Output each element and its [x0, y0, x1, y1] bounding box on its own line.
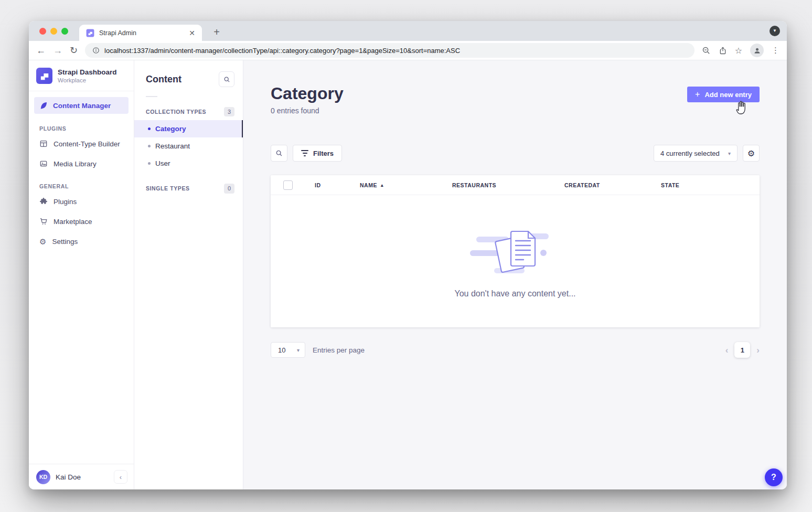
chevron-down-icon: ▾ — [728, 151, 731, 156]
bullet-icon — [148, 127, 151, 130]
sidebar-item-content-manager[interactable]: Content Manager — [34, 97, 129, 114]
filter-icon — [301, 150, 308, 156]
main-sidebar: Strapi Dashboard Workplace Content Manag… — [29, 60, 134, 489]
site-info-icon[interactable] — [92, 47, 100, 54]
close-window-button[interactable] — [39, 28, 46, 35]
main-content: Category 0 entries found + Add new entry… — [243, 60, 787, 489]
strapi-app: Strapi Dashboard Workplace Content Manag… — [29, 60, 787, 489]
subnav-item-label: Category — [155, 125, 186, 133]
columns-select-value: 4 currently selected — [660, 150, 720, 157]
puzzle-icon — [39, 197, 48, 206]
page-size-select[interactable]: 10 ▾ — [271, 342, 305, 358]
search-entries-button[interactable] — [271, 145, 287, 162]
sidebar-section-plugins: PLUGINS — [29, 116, 134, 134]
previous-page-icon[interactable]: ‹ — [725, 346, 729, 355]
brand-block[interactable]: Strapi Dashboard Workplace — [29, 60, 134, 91]
subnav-item-label: User — [155, 159, 170, 167]
subnav-item-restaurant[interactable]: Restaurant — [134, 137, 243, 155]
add-new-entry-button[interactable]: + Add new entry — [687, 87, 760, 102]
zoom-window-button[interactable] — [61, 28, 68, 35]
subnav-item-category[interactable]: Category — [134, 120, 243, 137]
sidebar-item-plugins[interactable]: Plugins — [29, 191, 134, 211]
sidebar-item-marketplace[interactable]: Marketplace — [29, 211, 134, 231]
sidebar-item-settings[interactable]: ⚙ Settings — [29, 231, 134, 251]
sidebar-item-label: Plugins — [54, 198, 77, 206]
subnav-item-label: Restaurant — [155, 142, 190, 150]
sidebar-item-media-library[interactable]: Media Library — [29, 154, 134, 174]
content-type-builder-icon — [39, 140, 48, 148]
divider — [146, 96, 157, 97]
new-tab-button[interactable]: + — [210, 26, 223, 39]
page-size-value: 10 — [278, 346, 285, 354]
url-text[interactable]: localhost:1337/admin/content-manager/col… — [104, 47, 460, 55]
brand-subtitle: Workplace — [58, 77, 117, 83]
group-label: COLLECTION TYPES — [146, 109, 206, 115]
sidebar-section-general: GENERAL — [29, 174, 134, 191]
content-subnav: Content COLLECTION TYPES 3 Category Rest… — [134, 60, 243, 489]
help-button[interactable]: ? — [765, 468, 783, 486]
empty-state: You don't have any content yet... — [271, 195, 760, 327]
bookmark-star-icon[interactable]: ☆ — [735, 46, 742, 56]
screen-capture-icon[interactable]: ▼ — [770, 26, 780, 36]
subnav-title: Content — [146, 74, 181, 85]
window-controls[interactable] — [39, 28, 68, 35]
strapi-favicon-icon — [86, 29, 94, 37]
next-page-icon[interactable]: › — [756, 346, 760, 355]
browser-profile-avatar[interactable] — [750, 44, 764, 57]
collection-types-count-badge: 3 — [224, 107, 234, 116]
column-header-restaurants[interactable]: RESTAURANTS — [452, 182, 564, 188]
column-header-createdat[interactable]: CREATEDAT — [564, 182, 661, 188]
browser-tabstrip: Strapi Admin ✕ + ▼ — [29, 21, 787, 41]
group-label: SINGLE TYPES — [146, 185, 190, 191]
media-library-icon — [39, 159, 48, 168]
bullet-icon — [148, 162, 151, 165]
pagination-row: 10 ▾ Entries per page ‹ 1 › — [271, 342, 760, 358]
share-icon[interactable] — [719, 46, 727, 55]
filters-label: Filters — [313, 150, 334, 157]
user-avatar[interactable]: KD — [36, 470, 50, 484]
bullet-icon — [148, 145, 151, 147]
sidebar-item-label: Media Library — [54, 160, 97, 168]
sidebar-item-label: Settings — [52, 238, 78, 246]
tab-title: Strapi Admin — [99, 29, 187, 37]
empty-message: You don't have any content yet... — [454, 289, 575, 298]
forward-button[interactable]: → — [53, 46, 62, 55]
search-content-button[interactable] — [219, 71, 234, 87]
back-button[interactable]: ← — [36, 46, 46, 55]
browser-toolbar: ← → ↻ localhost:1337/admin/content-manag… — [29, 41, 787, 60]
view-settings-button[interactable]: ⚙ — [743, 145, 760, 162]
column-header-name[interactable]: NAME ▴ — [360, 182, 452, 188]
brand-title: Strapi Dashboard — [58, 68, 117, 77]
filters-button[interactable]: Filters — [293, 145, 342, 162]
entries-per-page-label: Entries per page — [313, 346, 365, 354]
column-header-id[interactable]: ID — [315, 182, 360, 188]
page-title: Category — [271, 84, 344, 103]
sidebar-item-content-type-builder[interactable]: Content-Type Builder — [29, 134, 134, 154]
browser-menu-icon[interactable]: ⋮ — [772, 46, 779, 55]
cart-icon — [39, 217, 48, 226]
user-name[interactable]: Kai Doe — [56, 473, 109, 481]
url-bar[interactable]: localhost:1337/admin/content-manager/col… — [85, 43, 695, 58]
gear-icon: ⚙ — [39, 238, 46, 246]
columns-select[interactable]: 4 currently selected ▾ — [654, 145, 738, 162]
minimize-window-button[interactable] — [50, 28, 57, 35]
subnav-item-user[interactable]: User — [134, 155, 243, 172]
sidebar-item-label: Content-Type Builder — [54, 140, 120, 148]
current-page-button[interactable]: 1 — [734, 342, 750, 358]
sort-asc-icon: ▴ — [381, 183, 383, 188]
content-manager-icon — [39, 101, 48, 110]
collapse-sidebar-button[interactable]: ‹ — [114, 470, 127, 484]
select-all-checkbox[interactable] — [283, 180, 293, 190]
column-header-state[interactable]: STATE — [661, 182, 760, 188]
browser-window: Strapi Admin ✕ + ▼ ← → ↻ localhost:1337/… — [29, 21, 787, 489]
zoom-out-icon[interactable] — [702, 46, 711, 55]
plus-icon: + — [695, 90, 700, 99]
sidebar-item-label: Content Manager — [53, 102, 111, 110]
reload-button[interactable]: ↻ — [70, 46, 78, 55]
tab-close-icon[interactable]: ✕ — [187, 29, 197, 37]
browser-tab[interactable]: Strapi Admin ✕ — [79, 25, 202, 41]
add-new-entry-label: Add new entry — [704, 91, 752, 99]
collection-types-header: COLLECTION TYPES 3 — [134, 100, 243, 120]
single-types-header: SINGLE TYPES 0 — [134, 172, 243, 197]
entries-count: 0 entries found — [271, 106, 344, 115]
